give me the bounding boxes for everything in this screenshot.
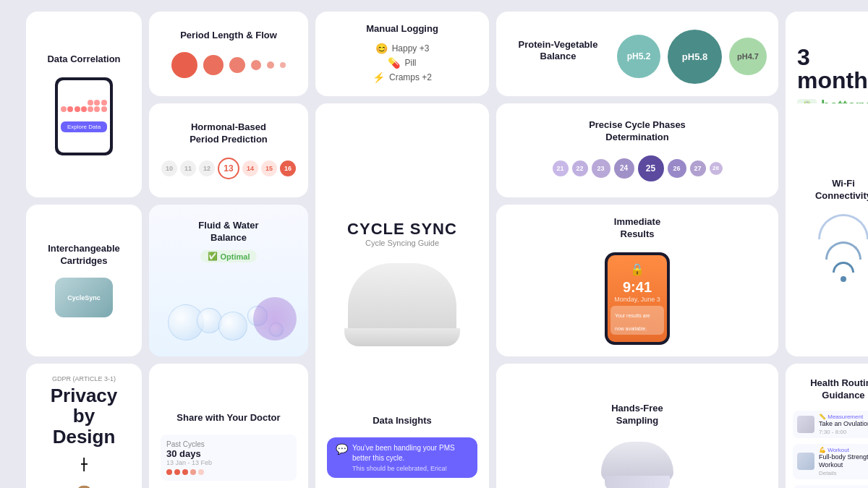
cal-cell (81, 106, 87, 112)
card-interchangeable-cartridges: InterchangeableCartridges CycleSync (26, 205, 142, 356)
card-precise-cycle: Precise Cycle PhasesDetermination 21 22 … (496, 103, 778, 197)
cal-cell (61, 113, 67, 119)
measurement-label: 📏 Measurement (819, 414, 868, 420)
period-dot-5 (267, 61, 274, 69)
cal-cell (67, 100, 73, 106)
wifi-arc-middle (825, 241, 861, 260)
cal-cell (75, 113, 80, 119)
cal-cell (88, 100, 93, 106)
cal-cell (94, 113, 100, 119)
routine-item-meditation: 🧘 Meditation Self-love with Mal Details (793, 485, 868, 488)
phone-immediate-screen: 🔒 9:41 Monday, June 3 Your results are n… (608, 255, 667, 342)
routine-img-1 (797, 416, 814, 433)
wifi-dot (841, 276, 846, 282)
phase-23: 23 (592, 159, 610, 178)
period-dot-2 (203, 55, 224, 75)
wifi-arc-outer (818, 214, 868, 239)
device-dome (348, 263, 456, 328)
cal-cell (81, 100, 87, 106)
hormone-number-row: 10 11 12 13 14 15 16 (161, 158, 296, 179)
cal-cell (61, 100, 67, 106)
prog-dot-3 (182, 469, 188, 475)
phone-screen: Explore Data (58, 80, 110, 153)
cal-cell (88, 106, 93, 112)
card-fluid-water: Fluid & WaterBalance ✅ Optimal (149, 205, 308, 356)
card-protein-veg: Protein-Vegetable Balance pH5.2 pH5.8 pH… (496, 12, 778, 96)
insight-message: 💬 You've been handling your PMS better t… (327, 437, 477, 478)
cal-cell (61, 106, 67, 112)
share-content: Past Cycles 30 days 13 Jan - 13 Feb (161, 435, 297, 481)
cartridge-visual: CycleSync (55, 278, 113, 317)
phase-27: 27 (690, 160, 706, 176)
card-wifi: Wi-FiConnectivity (786, 103, 868, 356)
log-pill-text: Pill (404, 58, 416, 68)
cartridge-brand: CycleSync (67, 294, 101, 301)
card-manual-logging: Manual Logging 😊 Happy +3 💊 Pill ⚡ Cramp… (315, 12, 489, 96)
progress-dots (166, 469, 291, 475)
num-14: 14 (242, 160, 258, 176)
share-doctor-title: Share with Your Doctor (176, 412, 280, 424)
cal-cell (81, 113, 87, 119)
insight-main-text: You've been handling your PMS better thi… (352, 443, 469, 463)
cartridges-title: InterchangeableCartridges (48, 243, 120, 267)
immediate-results-title: ImmediateResults (614, 216, 660, 241)
routine-detail-1: 7:30 - 8:00 (819, 429, 868, 435)
num-13: 13 (218, 158, 239, 179)
eyelash-icon: 🙈 (72, 482, 97, 488)
insight-sub-text: This should be celebrated, Erica! (352, 465, 469, 472)
period-dots (171, 52, 286, 78)
hormonal-title: Hormonal-BasedPeriod Prediction (190, 121, 268, 146)
handsfree-title: Hands-FreeSampling (611, 403, 663, 427)
cal-cell (101, 100, 107, 106)
cal-cell (88, 113, 93, 119)
phase-22: 22 (572, 160, 588, 176)
log-item-happy: 😊 Happy +3 (375, 43, 430, 54)
ph-bubble-1: pH5.2 (617, 35, 660, 78)
routine-item-measurement: 📏 Measurement Take an Ovulation Test 7:3… (793, 411, 868, 438)
purple-blob (253, 297, 297, 341)
phase-dots-row: 21 22 23 24 25 26 27 28 (553, 155, 723, 181)
card-share-doctor: Share with Your Doctor Past Cycles 30 da… (149, 364, 308, 488)
pill-icon: 💊 (388, 57, 400, 69)
gdpr-label: GDPR (ARTICLE 3-1) (52, 375, 116, 382)
num-10: 10 (161, 160, 177, 176)
card-data-correlation: Data Correlation (26, 12, 142, 197)
period-dot-4 (251, 60, 261, 70)
optimal-badge: ✅ Optimal (200, 250, 258, 262)
ph-bubble-3: pH4.7 (729, 38, 767, 75)
prog-dot-5 (198, 469, 204, 475)
fluid-water-title: Fluid & WaterBalance (198, 220, 258, 244)
cal-cell (67, 106, 73, 112)
card-immediate-results: ImmediateResults 🔒 9:41 Monday, June 3 Y… (496, 205, 778, 356)
data-insights-title: Data Insights (373, 415, 432, 427)
date-display: Monday, June 3 (614, 296, 660, 303)
period-dot-1 (171, 52, 197, 78)
routine-text-1: Take an Ovulation Test (819, 420, 868, 429)
num-15: 15 (261, 160, 277, 176)
wifi-title: Wi-FiConnectivity (815, 178, 868, 202)
period-dot-3 (229, 57, 245, 73)
period-flow-title: Period Length & Flow (180, 30, 277, 42)
checkmark-icon: ✅ (208, 252, 218, 261)
past-cycles-label: Past Cycles (166, 440, 291, 448)
cal-cell (94, 100, 100, 106)
log-happy-text: Happy +3 (392, 43, 430, 53)
cal-cell (75, 106, 80, 112)
cycle-sync-title: CYCLE SYNC (347, 220, 457, 239)
cal-cell (75, 100, 80, 106)
log-cramps-text: Cramps +2 (389, 72, 432, 82)
message-icon: 💬 (336, 443, 348, 455)
manual-logging-title: Manual Logging (366, 23, 438, 35)
prog-dot-4 (190, 469, 196, 475)
handsfree-visual (508, 432, 767, 488)
log-item-cramps: ⚡ Cramps +2 (373, 72, 432, 83)
date-range: 13 Jan - 13 Feb (166, 459, 291, 466)
workout-label: 💪 Workout (819, 447, 868, 453)
explore-data-button[interactable]: Explore Data (61, 121, 107, 132)
device-body (344, 328, 460, 346)
routine-img-2 (797, 453, 814, 470)
num-12: 12 (199, 160, 215, 176)
phase-24: 24 (614, 158, 634, 179)
phase-25: 25 (638, 155, 664, 181)
lock-icon: 🔒 (630, 262, 644, 276)
